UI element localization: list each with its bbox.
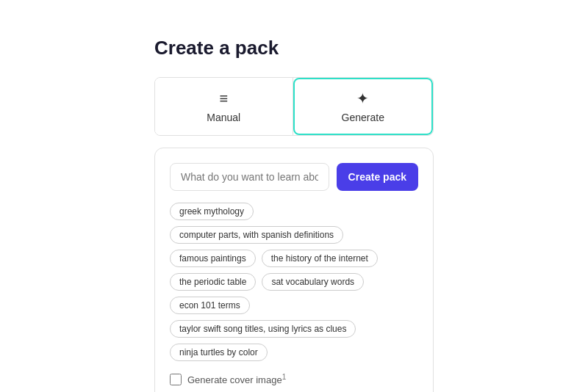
search-row: Create pack (170, 163, 418, 191)
chip-4[interactable]: the periodic table (170, 273, 256, 291)
chip-5[interactable]: sat vocabulary words (262, 273, 364, 291)
chip-3[interactable]: the history of the internet (262, 250, 378, 267)
chips-container: greek mythology computer parts, with spa… (170, 203, 418, 361)
generate-cover-checkbox[interactable] (170, 374, 182, 385)
tab-generate-label: Generate (342, 112, 384, 123)
page-title: Create a pack (154, 37, 279, 59)
chip-2[interactable]: famous paintings (170, 250, 256, 267)
chip-8[interactable]: ninja turtles by color (170, 344, 268, 361)
search-input[interactable] (170, 163, 329, 191)
tabs-container: ≡ Manual ✦ Generate (154, 77, 434, 136)
tab-manual-label: Manual (207, 112, 240, 123)
chip-6[interactable]: econ 101 terms (170, 297, 250, 314)
generate-icon: ✦ (356, 90, 369, 107)
page-container: Create a pack ≡ Manual ✦ Generate Create… (0, 22, 588, 392)
chip-7[interactable]: taylor swift song titles, using lyrics a… (170, 320, 356, 338)
generate-cover-label: Generate cover image1 (187, 373, 286, 385)
create-pack-button[interactable]: Create pack (337, 163, 418, 191)
tab-generate[interactable]: ✦ Generate (293, 78, 434, 135)
chip-1[interactable]: computer parts, with spanish definitions (170, 226, 343, 244)
chip-0[interactable]: greek mythology (170, 203, 254, 220)
main-card: Create pack greek mythology computer par… (154, 148, 434, 392)
manual-icon: ≡ (219, 90, 228, 107)
checkbox-row: Generate cover image1 (170, 373, 418, 385)
tab-manual[interactable]: ≡ Manual (155, 78, 293, 135)
